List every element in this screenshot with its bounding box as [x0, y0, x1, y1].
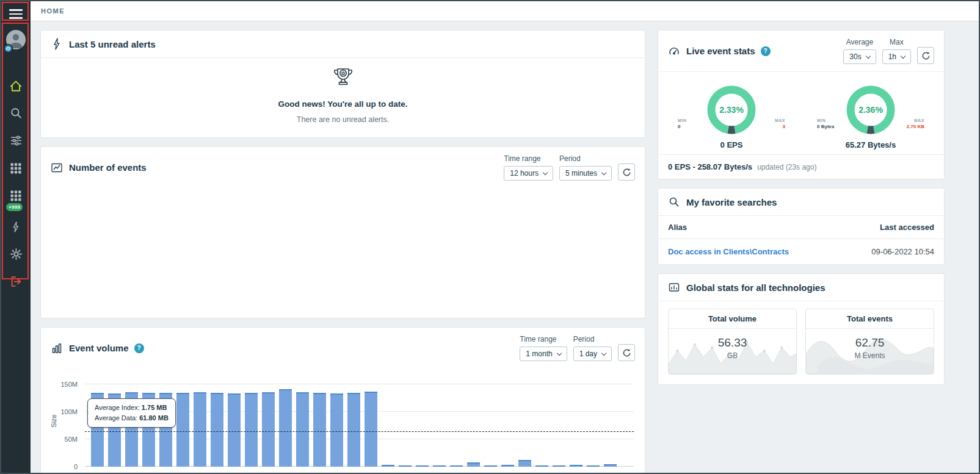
refresh-button[interactable]: [917, 47, 934, 64]
volume-bar[interactable]: [176, 393, 189, 467]
volume-bar[interactable]: [433, 465, 446, 467]
volume-bar[interactable]: [365, 392, 377, 467]
average-select[interactable]: 30s: [843, 49, 876, 64]
refresh-button[interactable]: [618, 344, 635, 361]
bar-slot: 00:00: [416, 465, 429, 467]
refresh-button[interactable]: [618, 163, 635, 181]
right-column: Live event stats ? Average 30s Max 1h: [658, 30, 945, 385]
table-row: Doc access in Clients\Contracts 09-06-20…: [658, 239, 944, 264]
min-value: 0: [678, 124, 680, 129]
refresh-icon: [622, 168, 631, 177]
period-select[interactable]: 1 day: [573, 347, 612, 361]
sidebar: +999: [1, 1, 31, 473]
max-value: 3: [783, 124, 785, 129]
trophy-icon: [328, 65, 358, 95]
sidebar-item-reports-wrap: +999: [8, 189, 24, 203]
volume-bar[interactable]: [587, 465, 600, 467]
live-stats-controls: Average 30s Max 1h: [843, 38, 934, 64]
volume-bar[interactable]: [535, 465, 548, 467]
volume-bar[interactable]: [467, 462, 480, 467]
x-tick-label: 00:00: [585, 472, 602, 473]
bar-slot: [467, 462, 480, 467]
total-events-unit: M Events: [806, 351, 934, 360]
time-range-select[interactable]: 12 hours: [504, 166, 553, 181]
sidebar-nav: +999: [8, 79, 24, 289]
volume-bar[interactable]: [296, 392, 309, 467]
x-tick-label: 00:00: [482, 472, 499, 473]
number-of-events-card: Number of events Time range 12 hours Per…: [40, 146, 645, 318]
sidebar-item-quick-alerts[interactable]: [8, 220, 24, 234]
volume-bar[interactable]: [570, 465, 583, 467]
volume-bar[interactable]: [245, 393, 258, 467]
volume-bar[interactable]: [484, 465, 497, 467]
threshold-line: [85, 431, 634, 432]
logout-icon: [10, 275, 23, 288]
alerts-message-title: Good news! You're all up to date.: [278, 99, 408, 109]
bar-slot: [433, 465, 446, 467]
help-icon[interactable]: ?: [761, 46, 771, 56]
sidebar-item-search[interactable]: [8, 106, 24, 121]
chart-tooltip: Average Index: 1.75 MB Average Data: 61.…: [87, 398, 176, 428]
y-tick-label: 150M: [51, 381, 78, 388]
chart-frame-icon: [51, 162, 63, 174]
volume-bar[interactable]: [518, 460, 531, 467]
card-title: Last 5 unread alerts: [69, 39, 156, 49]
switch-user-icon[interactable]: [4, 44, 13, 53]
volume-bar[interactable]: [228, 393, 241, 467]
card-title: Number of events: [69, 162, 147, 173]
total-volume-unit: GB: [669, 351, 796, 360]
volume-bar[interactable]: [553, 465, 565, 467]
refresh-icon: [622, 348, 631, 357]
volume-bar[interactable]: [262, 392, 275, 467]
avatar[interactable]: [6, 30, 26, 49]
sidebar-item-settings[interactable]: [8, 247, 24, 262]
event-volume-header: Event volume ? Time range 1 month Period…: [41, 328, 645, 368]
volume-bar[interactable]: [604, 464, 617, 467]
total-volume-value: 56.33: [669, 336, 796, 350]
time-range-control: Time range 1 month: [520, 335, 567, 361]
average-control: Average 30s: [843, 38, 876, 64]
favorite-search-link[interactable]: Doc access in Clients\Contracts: [668, 247, 789, 256]
live-event-stats-card: Live event stats ? Average 30s Max 1h: [658, 30, 945, 179]
volume-bar[interactable]: [194, 392, 206, 467]
volume-bar[interactable]: [382, 465, 394, 467]
event-volume-card: Event volume ? Time range 1 month Period…: [40, 327, 645, 473]
event-volume-chart: Size 00:0000:0000:0000:0000:0000:0000:00…: [41, 368, 645, 473]
period-select[interactable]: 5 minutes: [559, 166, 612, 181]
volume-bar[interactable]: [399, 465, 412, 467]
bar-slot: 00:00: [211, 393, 223, 467]
volume-bar[interactable]: [211, 393, 223, 467]
x-tick-label: 00:00: [277, 472, 294, 473]
volume-bar[interactable]: [450, 465, 463, 467]
menu-icon[interactable]: [7, 7, 25, 21]
global-stats-tiles: Total volume 56.33 GB: [658, 301, 944, 384]
sidebar-item-reports[interactable]: [8, 189, 24, 203]
y-tick-label: 100M: [51, 408, 78, 415]
period-value: 5 minutes: [565, 169, 597, 178]
tile-number: 62.75 M Events: [806, 329, 934, 360]
sidebar-item-logout[interactable]: [8, 275, 24, 289]
bar-slot: [262, 392, 275, 467]
live-event-stats-header: Live event stats ? Average 30s Max 1h: [658, 31, 944, 71]
gear-icon: [10, 248, 23, 260]
chevron-down-icon: [556, 350, 561, 355]
sidebar-item-dashboards[interactable]: [8, 161, 24, 176]
bar-slot: 00:00: [313, 393, 326, 467]
time-range-value: 1 month: [526, 350, 552, 358]
sidebar-item-filters[interactable]: [8, 134, 24, 148]
volume-bar[interactable]: [313, 393, 326, 467]
volume-bar[interactable]: [279, 389, 292, 467]
volume-bar[interactable]: [416, 465, 429, 467]
min-value: 0 Bytes: [817, 124, 834, 129]
sidebar-item-home[interactable]: [8, 79, 24, 93]
volume-bar[interactable]: [347, 393, 360, 467]
volume-bar[interactable]: [330, 393, 343, 467]
min-label: MIN: [817, 118, 826, 123]
max-select[interactable]: 1h: [882, 49, 911, 64]
time-range-control: Time range 12 hours: [504, 154, 553, 181]
volume-bar[interactable]: [501, 465, 514, 467]
time-range-select[interactable]: 1 month: [520, 347, 567, 361]
help-icon[interactable]: ?: [134, 343, 144, 353]
y-axis-title: Size: [50, 414, 57, 427]
bar-slot: [330, 393, 343, 467]
